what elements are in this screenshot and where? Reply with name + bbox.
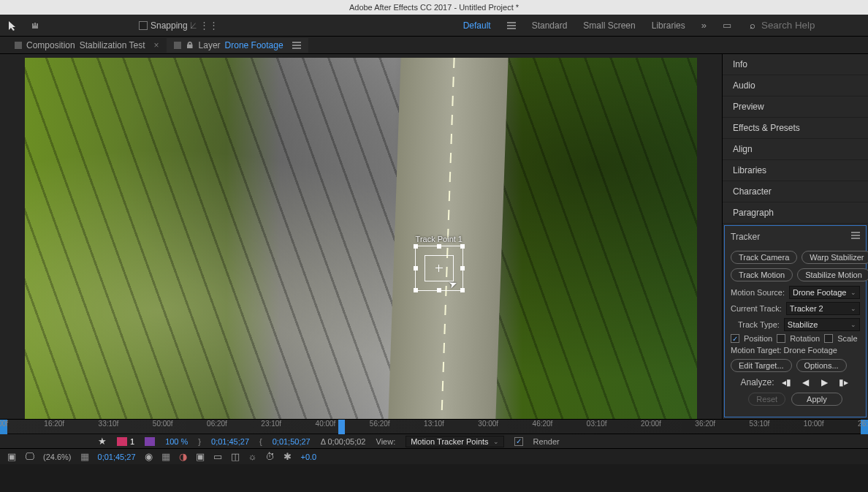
ruler-tick: 23:10f — [261, 420, 281, 428]
close-tab-icon[interactable]: × — [154, 40, 159, 50]
tp-handle[interactable] — [414, 266, 418, 270]
palette-icon[interactable]: ◑ — [179, 452, 187, 461]
shutter-icon[interactable]: ✱ — [283, 452, 292, 461]
analyze-label: Analyze: — [740, 377, 774, 387]
layer-index-label: 1 — [130, 437, 134, 446]
workspace-standard[interactable]: Standard — [532, 20, 568, 31]
zoom-pct[interactable]: (24.6%) — [43, 453, 72, 461]
view-mode-select[interactable]: Motion Tracker Points ⌄ — [406, 436, 503, 447]
analyze-forward-button[interactable]: ▶ — [818, 376, 831, 388]
tp-handle[interactable] — [414, 288, 418, 292]
workspace-menu-icon[interactable] — [507, 22, 516, 29]
tp-handle[interactable] — [437, 244, 441, 249]
workspace-smallscreen[interactable]: Small Screen — [583, 20, 635, 31]
panel-icon[interactable]: ▭ — [723, 20, 731, 30]
warp-stabilizer-button[interactable]: Warp Stabilizer — [802, 251, 868, 264]
layer-color-swatch[interactable] — [117, 437, 127, 446]
tab-menu-icon[interactable] — [292, 42, 301, 49]
overflow-icon[interactable]: » — [701, 20, 707, 30]
comp-thumb-icon — [15, 42, 22, 49]
panel-character[interactable]: Character — [723, 181, 868, 203]
snapping-label: Snapping — [151, 20, 188, 31]
mask-icon[interactable]: ▣ — [196, 452, 205, 461]
timeline-icon[interactable]: ⏱ — [265, 452, 275, 461]
tp-handle[interactable] — [460, 288, 465, 292]
composition-tab[interactable]: Composition Stabilization Test × — [7, 38, 167, 53]
render-checkbox[interactable] — [514, 437, 523, 446]
panel-paragraph[interactable]: Paragraph — [723, 203, 868, 224]
toggle-switches-icon[interactable]: ▣ — [7, 452, 16, 461]
position-checkbox[interactable] — [731, 334, 739, 343]
time-ruler[interactable]: 0:00f16:20f33:10f50:00f06:20f23:10f40:00… — [0, 419, 868, 434]
chevron-down-icon: ⌄ — [850, 321, 856, 328]
tracker-menu-icon[interactable] — [851, 232, 860, 242]
roi-icon[interactable]: ▭ — [213, 452, 222, 461]
track-crosshair-icon — [435, 265, 443, 272]
analyze-back-button[interactable]: ◀ — [799, 376, 812, 388]
current-track-select[interactable]: Tracker 2 ⌄ — [786, 302, 860, 315]
res-icon[interactable]: ▦ — [80, 452, 89, 461]
position-label: Position — [744, 334, 772, 343]
exposure-icon[interactable]: ☼ — [248, 452, 257, 461]
apply-button[interactable]: Apply — [791, 393, 842, 406]
layer-color-swatch-2[interactable] — [145, 437, 155, 446]
playhead[interactable] — [338, 420, 345, 434]
current-track-label: Current Track: — [731, 304, 782, 313]
workspace-switcher: Default Standard Small Screen Libraries … — [463, 20, 731, 31]
panel-effects-presets[interactable]: Effects & Presets — [723, 118, 868, 139]
ruler-tick: 30:00f — [478, 420, 498, 428]
ruler-tick: 13:10f — [424, 420, 444, 428]
ruler-tick: 50:00f — [153, 420, 173, 428]
edit-target-button[interactable]: Edit Target... — [731, 359, 792, 372]
ruler-tick: 10:00f — [804, 420, 824, 428]
grid-icon[interactable]: ▦ — [161, 452, 170, 461]
footage-preview[interactable]: Track Point 1 ➤ — [25, 58, 697, 419]
hand-tool-icon[interactable] — [29, 20, 41, 31]
layer-viewer[interactable]: Track Point 1 ➤ — [0, 54, 722, 419]
selection-tool-icon[interactable] — [7, 20, 19, 31]
snapping-toggle[interactable]: Snapping ⟀ ⋮⋮ — [139, 20, 218, 31]
scale-checkbox[interactable] — [824, 334, 833, 343]
panel-info[interactable]: Info — [723, 54, 868, 75]
analyze-step-fwd-button[interactable]: ▮▸ — [837, 376, 850, 388]
layer-tab[interactable]: 🔒︎ Layer Drone Footage — [167, 38, 308, 53]
tracker-panel: Tracker Track Camera Warp Stabilizer Tra… — [724, 225, 867, 417]
search-help-input[interactable] — [758, 18, 861, 33]
ruler-tick: 03:10f — [587, 420, 607, 428]
track-motion-button[interactable]: Track Motion — [731, 268, 793, 281]
panel-align[interactable]: Align — [723, 139, 868, 160]
workspace-default[interactable]: Default — [463, 20, 491, 31]
camera-icon[interactable]: ◉ — [145, 452, 153, 461]
exposure-value[interactable]: +0.0 — [300, 453, 316, 461]
person-icon[interactable]: ★ — [98, 436, 107, 446]
panel-libraries[interactable]: Libraries — [723, 160, 868, 181]
timecode-out[interactable]: 0;01;50;27 — [273, 437, 311, 446]
rotation-checkbox[interactable] — [777, 334, 785, 343]
search-icon: ⌕ — [750, 20, 755, 30]
tp-handle[interactable] — [414, 244, 418, 249]
track-type-select[interactable]: Stabilize ⌄ — [784, 318, 860, 331]
track-camera-button[interactable]: Track Camera — [731, 251, 797, 264]
timecode-in[interactable]: 0;01;45;27 — [211, 437, 249, 446]
track-feature-region[interactable] — [425, 255, 454, 281]
analyze-step-back-button[interactable]: ◂▮ — [780, 376, 793, 388]
zoom-value[interactable]: 100 % — [165, 437, 188, 446]
tp-handle[interactable] — [460, 244, 465, 249]
stabilize-motion-button[interactable]: Stabilize Motion — [797, 268, 868, 281]
side-panels: Info Audio Preview Effects & Presets Ali… — [722, 54, 868, 419]
motion-source-select[interactable]: Drone Footage ⌄ — [789, 286, 860, 299]
layer-tab-name: Drone Footage — [225, 40, 283, 50]
tp-handle[interactable] — [460, 266, 465, 270]
monitor-icon[interactable]: 🖵 — [25, 452, 34, 461]
options-button[interactable]: Options... — [796, 359, 847, 372]
workspace-libraries[interactable]: Libraries — [652, 20, 685, 31]
current-timecode[interactable]: 0;01;45;27 — [98, 453, 136, 461]
channel-icon[interactable]: ◫ — [231, 452, 240, 461]
motion-target-value: Drone Footage — [784, 346, 837, 355]
panel-preview[interactable]: Preview — [723, 96, 868, 118]
tp-handle[interactable] — [437, 288, 441, 292]
motion-target-label: Motion Target: — [731, 346, 782, 355]
ruler-tick: 40:00f — [316, 420, 336, 428]
panel-audio[interactable]: Audio — [723, 75, 868, 96]
snapping-checkbox[interactable] — [139, 21, 148, 30]
